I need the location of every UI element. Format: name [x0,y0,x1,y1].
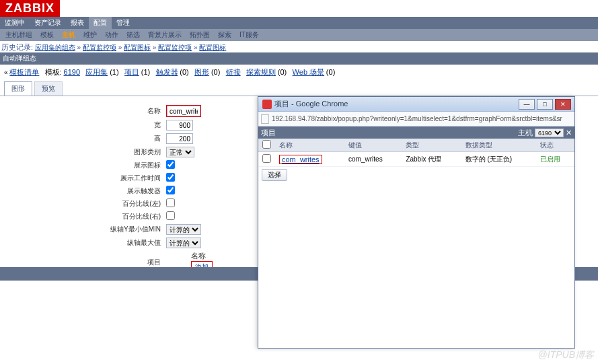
th-type: 类型 [402,139,461,152]
label-name: 名称 [75,104,163,118]
label-pright: 百分比线(右) [75,211,163,222]
top-nav: 监测中资产记录报表配置管理 [0,17,598,29]
type-select[interactable]: 正常 [166,147,194,157]
breadcrumb: « 模板清单 模板: 6190 应用集 (1) 项目 (1) 触发器 (0) 图… [0,65,598,80]
nav2-item[interactable]: 主机 [58,29,79,41]
checkall-checkbox[interactable] [262,140,271,149]
tabs: 图形 预览 [4,81,598,96]
th-name: 名称 [275,139,344,152]
percent-right-checkbox[interactable] [166,211,175,220]
zabbix-logo: ZABBIX [0,0,60,17]
nav2-item[interactable]: 拓扑图 [186,29,214,41]
popup-titlebar[interactable]: 项目 - Google Chrome — □ ✕ [258,97,574,112]
nav2-item[interactable]: 模板 [36,29,58,41]
history-link[interactable]: 配置监控项 [83,44,116,51]
popup-table: 名称 键值 类型 数据类型 状态 com_writes com_writes Z… [258,139,574,167]
crumb-web[interactable]: Web 场景 [293,68,324,76]
page-icon [261,114,269,124]
percent-left-checkbox[interactable] [166,198,175,207]
history: 历史记录: 应用集的组态 » 配置监控项 » 配置图标 » 配置监控项 » 配置… [0,41,598,52]
popup-ctrl-right-label: 主机 [518,128,533,138]
width-input[interactable] [166,120,193,131]
popup-window: 项目 - Google Chrome — □ ✕ 192.168.94.78/z… [258,96,575,349]
crumb-disc[interactable]: 探索规则 [246,68,276,76]
crumb-link[interactable]: 链接 [226,68,241,76]
url-bar[interactable]: 192.168.94.78/zabbix/popup.php?writeonly… [258,112,574,126]
th-status: 状态 [536,139,574,152]
worktime-checkbox[interactable] [166,173,175,182]
host-select[interactable]: 6190 [535,129,564,137]
history-link[interactable]: 应用集的组态 [35,44,75,51]
crumb-graph[interactable]: 图形 [194,68,209,76]
url-text: 192.168.94.78/zabbix/popup.php?writeonly… [272,115,562,122]
nav1-item[interactable]: 配置 [89,17,112,29]
crumb-trig-count: (0) [180,68,188,76]
nav1-item[interactable]: 报表 [66,17,89,29]
crumb-templates[interactable]: 模板清单 [9,68,39,76]
crumb-app[interactable]: 应用集 [85,68,108,76]
popup-title: 项目 - Google Chrome [274,99,519,109]
maximize-icon[interactable]: □ [537,99,553,110]
label-triggers: 展示触发器 [75,185,163,196]
label-height: 高 [75,133,163,145]
chrome-icon [262,100,272,109]
popup-controlbar: 项目 主机 6190 ✕ [258,126,574,139]
label-width: 宽 [75,119,163,131]
nav2-item[interactable]: IT服务 [235,29,263,41]
close-icon[interactable]: ✕ [555,99,571,110]
label-ymin: 纵轴Y最小值MIN [75,223,163,235]
table-row: com_writes com_writes Zabbix 代理 数字的 (无正负… [258,152,574,167]
nav1-item[interactable]: 管理 [112,17,135,29]
label-pleft: 百分比线(左) [75,198,163,209]
nav2-item[interactable]: 主机群组 [1,29,36,41]
row-checkbox[interactable] [262,154,271,163]
nav2-item[interactable]: 筛选 [122,29,144,41]
nav1-item[interactable]: 资产记录 [30,17,66,29]
label-legend: 展示图标 [75,159,163,171]
popup-ctrl-left: 项目 [261,128,276,138]
history-label: 历史记录: [1,43,33,51]
tab-graph[interactable]: 图形 [4,81,32,96]
row-key: com_writes [344,152,402,167]
row-name-link[interactable]: com_writes [279,155,322,164]
watermark: @ITPUB博客 [538,349,594,361]
legend-checkbox[interactable] [166,160,175,169]
ymax-select[interactable]: 计算的 [166,238,201,248]
row-status: 已启用 [536,152,574,167]
nav2-item[interactable]: 动作 [101,29,122,41]
crumb-tpl[interactable]: 6190 [64,68,80,76]
nav1-item[interactable]: 监测中 [0,17,30,29]
ymin-select[interactable]: 计算的 [166,224,201,235]
crumb-disc-count: (0) [278,68,287,76]
history-link[interactable]: 配置监控项 [158,44,192,51]
label-worktime: 展示工作时间 [75,172,163,184]
th-key: 键值 [344,139,402,152]
history-link[interactable]: 配置图标 [124,44,151,51]
items-col-name: 名称 [191,252,206,260]
nav2-item[interactable]: 维护 [79,29,101,41]
minimize-icon[interactable]: — [519,99,535,110]
sub-nav: 主机群组模板主机维护动作筛选背景片展示拓扑图探索IT服务 [0,29,598,41]
crumb-app-count: (1) [110,68,118,76]
label-ymax: 纵轴最大值 [75,237,163,249]
refresh-bar: 自动弹组态 [0,52,598,65]
history-link[interactable]: 配置图标 [199,44,226,51]
triggers-checkbox[interactable] [166,186,175,194]
nav2-item[interactable]: 背景片展示 [144,29,186,41]
crumb-web-count: (0) [326,68,335,76]
th-vtype: 数据类型 [461,139,536,152]
height-input[interactable] [166,133,193,144]
row-vtype: 数字的 (无正负) [461,152,536,167]
tab-preview[interactable]: 预览 [34,81,63,96]
nav2-item[interactable]: 探索 [214,29,235,41]
close2-icon[interactable]: ✕ [566,129,572,137]
crumb-tpl-label: 模板: [45,68,62,76]
crumb-trig[interactable]: 触发器 [156,68,178,76]
select-button[interactable]: 选择 [262,169,287,181]
crumb-item[interactable]: 项目 [124,68,139,76]
crumb-item-count: (1) [141,68,150,76]
row-type: Zabbix 代理 [402,152,461,167]
crumb-graph-count: (0) [211,68,220,76]
name-input[interactable] [167,106,200,116]
label-type: 图形类别 [75,146,163,158]
